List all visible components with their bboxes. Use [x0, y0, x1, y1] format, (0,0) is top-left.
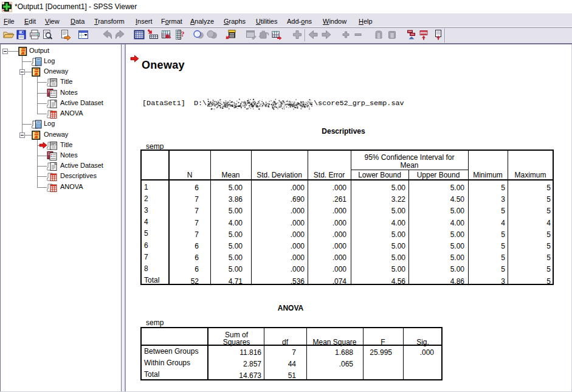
svg-text:?: ?: [181, 30, 185, 38]
